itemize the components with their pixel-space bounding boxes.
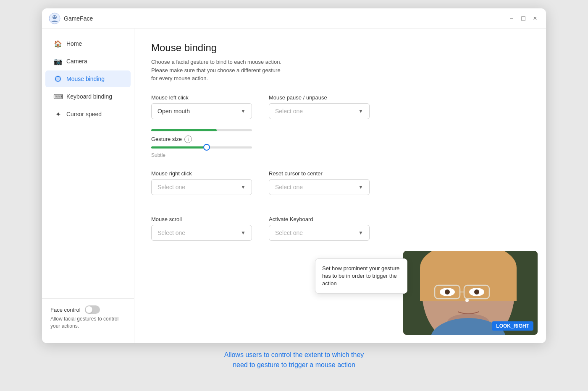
dropdown-placeholder-activate-keyboard: Select one <box>275 229 303 236</box>
sidebar-nav: 🏠 Home 📷 Camera Mouse binding ⌨ Keyboard… <box>42 35 134 123</box>
tooltip-text: Set how prominent your gesture has to be… <box>322 265 399 287</box>
face-control-section: Face control <box>50 305 126 314</box>
title-bar: GameFace − □ × <box>42 8 546 29</box>
svg-point-3 <box>55 16 56 17</box>
dropdown-mouse-pause-unpause[interactable]: Select one ▼ <box>269 103 370 119</box>
dropdown-placeholder-mouse-pause-unpause: Select one <box>275 108 303 115</box>
sidebar-bottom: Face control Allow facial gestures to co… <box>42 298 134 336</box>
slider-track[interactable] <box>151 146 252 149</box>
field-label-mouse-right-click: Mouse right click <box>151 170 252 177</box>
sidebar-item-cursor-speed[interactable]: ✦ Cursor speed <box>45 106 131 123</box>
dropdown-arrow-reset-cursor: ▼ <box>358 184 363 190</box>
slider-fill <box>151 146 207 149</box>
sidebar-item-label-keyboard-binding: Keyboard binding <box>66 93 112 100</box>
dropdown-arrow-mouse-pause-unpause: ▼ <box>358 108 363 114</box>
app-icon <box>49 13 60 24</box>
sidebar-item-mouse-binding[interactable]: Mouse binding <box>45 70 131 87</box>
field-mouse-left-click: Mouse left click Open mouth ▼ <box>151 94 252 119</box>
bottom-caption: Allows users to control the extent to wh… <box>224 350 364 370</box>
sidebar: 🏠 Home 📷 Camera Mouse binding ⌨ Keyboard… <box>42 29 134 343</box>
dropdown-mouse-right-click[interactable]: Select one ▼ <box>151 179 252 195</box>
dropdown-placeholder-reset-cursor: Select one <box>275 184 303 190</box>
maximize-button[interactable]: □ <box>519 14 528 23</box>
slider-subtle-label: Subtle <box>151 152 165 158</box>
sidebar-item-label-home: Home <box>66 40 82 47</box>
field-activate-keyboard: Activate Keyboard Select one ▼ <box>269 216 370 241</box>
sidebar-item-camera[interactable]: 📷 Camera <box>45 53 131 70</box>
mouse-icon <box>54 75 62 83</box>
main-layout: 🏠 Home 📷 Camera Mouse binding ⌨ Keyboard… <box>42 29 546 343</box>
title-bar-controls: − □ × <box>507 14 539 23</box>
dropdown-arrow-mouse-scroll: ▼ <box>241 230 246 236</box>
bottom-caption-line2: need to gesture to trigger a mouse actio… <box>224 360 364 370</box>
face-control-description: Allow facial gestures to control your ac… <box>50 315 126 330</box>
form-row-3: Mouse scroll Select one ▼ Activate Keybo… <box>151 216 529 241</box>
dropdown-mouse-left-click[interactable]: Open mouth ▼ <box>151 103 252 119</box>
gesture-size-section: Gesture size i Subtle Set how prominent … <box>151 129 529 159</box>
field-mouse-pause-unpause: Mouse pause / unpause Select one ▼ <box>269 94 370 119</box>
svg-point-16 <box>474 289 479 295</box>
app-title: GameFace <box>64 15 93 22</box>
field-label-activate-keyboard: Activate Keyboard <box>269 216 370 222</box>
field-label-mouse-scroll: Mouse scroll <box>151 216 252 222</box>
dropdown-activate-keyboard[interactable]: Select one ▼ <box>269 225 370 241</box>
home-icon: 🏠 <box>54 39 62 48</box>
dropdown-mouse-scroll[interactable]: Select one ▼ <box>151 225 252 241</box>
sidebar-item-home[interactable]: 🏠 Home <box>45 35 131 52</box>
dropdown-reset-cursor[interactable]: Select one ▼ <box>269 179 370 195</box>
progress-bar-fill <box>151 129 217 131</box>
sidebar-item-label-mouse-binding: Mouse binding <box>66 76 105 82</box>
sidebar-item-label-cursor-speed: Cursor speed <box>66 111 102 117</box>
dropdown-value-mouse-left-click: Open mouth <box>158 108 190 115</box>
field-mouse-right-click: Mouse right click Select one ▼ <box>151 170 252 195</box>
sidebar-item-label-camera: Camera <box>66 58 87 65</box>
field-reset-cursor: Reset cursor to center Select one ▼ <box>269 170 370 195</box>
form-row-1: Mouse left click Open mouth ▼ Mouse paus… <box>151 94 529 119</box>
dropdown-arrow-mouse-right-click: ▼ <box>241 184 246 190</box>
progress-bar-track <box>151 129 252 131</box>
svg-point-17 <box>465 299 469 302</box>
dropdown-arrow-mouse-left-click: ▼ <box>241 108 246 114</box>
info-icon[interactable]: i <box>184 136 192 143</box>
close-button[interactable]: × <box>531 14 539 23</box>
app-window: GameFace − □ × 🏠 Home 📷 Camera <box>42 8 546 343</box>
slider-thumb[interactable] <box>203 144 210 151</box>
toggle-knob <box>86 306 92 313</box>
field-label-mouse-left-click: Mouse left click <box>151 94 252 101</box>
camera-detection-label: LOOK_RIGHT <box>492 321 533 331</box>
svg-point-1 <box>52 15 57 19</box>
form-row-2: Mouse right click Select one ▼ Reset cur… <box>151 170 529 195</box>
cursor-speed-icon: ✦ <box>54 110 62 118</box>
page-description: Choose a facial gesture to bind to each … <box>151 58 286 83</box>
keyboard-icon: ⌨ <box>54 92 62 101</box>
face-control-toggle[interactable] <box>85 305 100 314</box>
camera-feed: LOOK_RIGHT <box>403 251 538 335</box>
camera-icon: 📷 <box>54 57 62 65</box>
dropdown-placeholder-mouse-scroll: Select one <box>158 229 185 236</box>
field-mouse-scroll: Mouse scroll Select one ▼ <box>151 216 252 241</box>
gesture-size-label-text: Gesture size <box>151 136 182 142</box>
tooltip-box: Set how prominent your gesture has to be… <box>315 258 407 294</box>
field-label-mouse-pause-unpause: Mouse pause / unpause <box>269 94 370 101</box>
dropdown-arrow-activate-keyboard: ▼ <box>358 230 363 236</box>
bottom-caption-line1: Allows users to control the extent to wh… <box>224 350 364 360</box>
content-area: Mouse binding Choose a facial gesture to… <box>134 29 546 343</box>
svg-point-14 <box>445 289 450 295</box>
minimize-button[interactable]: − <box>507 14 516 23</box>
dropdown-placeholder-mouse-right-click: Select one <box>158 184 185 190</box>
field-label-reset-cursor: Reset cursor to center <box>269 170 370 177</box>
title-bar-left: GameFace <box>49 13 93 24</box>
face-control-label-text: Face control <box>50 307 81 313</box>
page-title: Mouse binding <box>151 42 529 54</box>
sidebar-item-keyboard-binding[interactable]: ⌨ Keyboard binding <box>45 88 131 105</box>
svg-point-2 <box>53 16 54 17</box>
gesture-size-label: Gesture size i <box>151 136 529 143</box>
